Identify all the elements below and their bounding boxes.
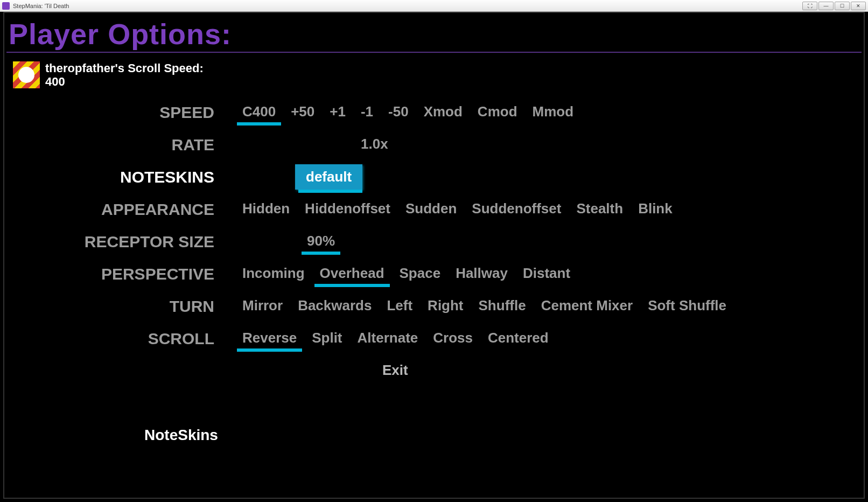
option-speed-1[interactable]: +50: [290, 101, 316, 123]
option-appearance-3[interactable]: Suddenoffset: [471, 198, 562, 220]
option-appearance-0[interactable]: Hidden: [241, 198, 291, 220]
minimize-button[interactable]: —: [818, 2, 834, 10]
scroll-speed-label: theropfather's Scroll Speed:: [45, 61, 204, 75]
row-speed[interactable]: SPEED C400+50+1-1-50XmodCmodMmod: [4, 96, 864, 129]
row-rate[interactable]: RATE 1.0x: [4, 129, 864, 161]
option-speed-0[interactable]: C400: [241, 101, 277, 123]
option-exit-0[interactable]: Exit: [381, 360, 409, 382]
option-appearance-1[interactable]: Hiddenoffset: [304, 198, 391, 220]
maximize-button[interactable]: ☐: [835, 2, 850, 10]
row-receptor-size[interactable]: RECEPTOR SIZE 90%: [4, 226, 864, 258]
page-title: Player Options:: [4, 13, 864, 51]
option-speed-6[interactable]: Cmod: [477, 101, 519, 123]
option-speed-7[interactable]: Mmod: [531, 101, 575, 123]
game-area: Player Options: theropfather's Scroll Sp…: [3, 12, 865, 499]
option-speed-3[interactable]: -1: [360, 101, 374, 123]
option-turn-0[interactable]: Mirror: [241, 295, 284, 317]
option-turn-5[interactable]: Cement Mixer: [540, 295, 634, 317]
row-exit[interactable]: Exit: [4, 355, 864, 387]
row-noteskins[interactable]: NOTESKINS default: [4, 161, 864, 193]
row-label-turn: TURN: [4, 298, 241, 315]
option-rate-0[interactable]: 1.0x: [360, 134, 389, 156]
option-turn-4[interactable]: Shuffle: [478, 295, 527, 317]
option-scroll-2[interactable]: Alternate: [356, 327, 419, 350]
option-perspective-0[interactable]: Incoming: [241, 263, 306, 285]
row-label-scroll: SCROLL: [4, 330, 241, 347]
option-scroll-4[interactable]: Centered: [487, 327, 550, 350]
option-scroll-0[interactable]: Reverse: [241, 327, 298, 350]
option-speed-2[interactable]: +1: [328, 101, 347, 123]
option-perspective-1[interactable]: Overhead: [319, 263, 386, 285]
option-perspective-3[interactable]: Hallway: [454, 263, 509, 285]
option-scroll-3[interactable]: Cross: [432, 327, 474, 350]
row-label-noteskins: NOTESKINS: [4, 169, 241, 186]
row-label-perspective: PERSPECTIVE: [4, 266, 241, 283]
option-appearance-2[interactable]: Sudden: [404, 198, 458, 220]
hint-text: NoteSkins: [144, 427, 218, 444]
options-grid: SPEED C400+50+1-1-50XmodCmodMmod RATE 1.…: [4, 96, 864, 387]
option-appearance-5[interactable]: Blink: [637, 198, 674, 220]
title-underline: [6, 52, 862, 53]
option-turn-6[interactable]: Soft Shuffle: [647, 295, 727, 317]
option-receptor-0[interactable]: 90%: [306, 231, 336, 253]
row-label-speed: SPEED: [4, 104, 241, 121]
row-label-appearance: APPEARANCE: [4, 201, 241, 218]
close-button[interactable]: ✕: [851, 2, 866, 10]
option-perspective-2[interactable]: Space: [398, 263, 442, 285]
option-scroll-1[interactable]: Split: [311, 327, 343, 350]
option-noteskins-0[interactable]: default: [295, 164, 362, 190]
fullscreen-button[interactable]: ⛶: [802, 2, 817, 10]
option-turn-2[interactable]: Left: [386, 295, 414, 317]
row-appearance[interactable]: APPEARANCE HiddenHiddenoffsetSuddenSudde…: [4, 193, 864, 226]
option-perspective-4[interactable]: Distant: [522, 263, 571, 285]
row-label-receptor: RECEPTOR SIZE: [4, 233, 241, 250]
option-speed-5[interactable]: Xmod: [423, 101, 464, 123]
row-turn[interactable]: TURN MirrorBackwardsLeftRightShuffleCeme…: [4, 290, 864, 323]
option-turn-1[interactable]: Backwards: [297, 295, 373, 317]
app-icon: [2, 2, 10, 10]
window-title: StepMania: 'Til Death: [13, 3, 69, 9]
row-perspective[interactable]: PERSPECTIVE IncomingOverheadSpaceHallway…: [4, 258, 864, 290]
player-info: theropfather's Scroll Speed: 400: [4, 59, 864, 94]
row-scroll[interactable]: SCROLL ReverseSplitAlternateCrossCentere…: [4, 323, 864, 355]
scroll-speed-value: 400: [45, 75, 204, 88]
option-appearance-4[interactable]: Stealth: [575, 198, 624, 220]
option-speed-4[interactable]: -50: [387, 101, 410, 123]
window-titlebar: StepMania: 'Til Death ⛶ — ☐ ✕: [0, 0, 868, 12]
row-label-rate: RATE: [4, 136, 241, 154]
avatar: [13, 61, 40, 88]
option-turn-3[interactable]: Right: [426, 295, 464, 317]
